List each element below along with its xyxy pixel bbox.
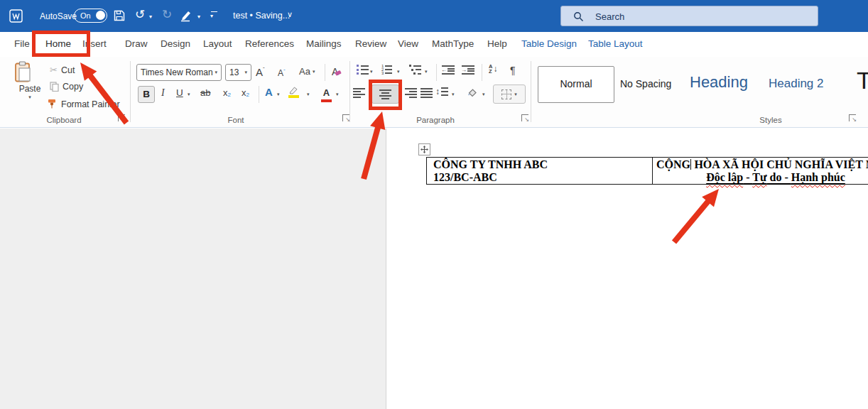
multilevel-dropdown-icon[interactable]: ▾ [425, 69, 428, 75]
superscript-button[interactable]: x2 [242, 87, 249, 98]
paragraph-dialog-launcher[interactable]: ↘ [521, 114, 528, 121]
text-effects-dropdown-icon[interactable]: ▾ [277, 92, 280, 97]
numbering-dropdown-icon[interactable]: ▾ [397, 69, 400, 75]
undo-dropdown-icon[interactable]: ▾ [149, 13, 152, 20]
format-painter-label: Format Painter [61, 99, 120, 109]
tab-file[interactable]: File [14, 32, 30, 57]
style-heading2[interactable]: Heading 2 [769, 77, 824, 91]
table-cell-company[interactable]: CÔNG TY TNHH ABC 123/BC-ABC [427, 158, 653, 184]
format-painter-icon [47, 99, 58, 109]
clipboard-dialog-launcher[interactable]: ↘ [118, 114, 125, 121]
styles-group-label: Styles [728, 116, 813, 124]
autosave-toggle[interactable]: On [74, 9, 107, 23]
four-way-arrow-icon [421, 146, 428, 153]
font-family-combobox[interactable]: Times New Roman ▾ [136, 64, 222, 81]
tab-view[interactable]: View [398, 32, 418, 57]
word-app-icon[interactable] [9, 9, 23, 23]
draw-pen-icon[interactable] [180, 9, 194, 22]
numbering-button[interactable]: 123 [381, 65, 392, 75]
title-bar: AutoSave On ↺ ▾ ↻ ▾ ▾ test • Saving... ∨ [0, 0, 868, 32]
justify-icon[interactable] [421, 88, 433, 98]
active-tab-underline [44, 53, 81, 55]
shrink-font-button[interactable]: Aˇ [278, 68, 286, 78]
tab-insert[interactable]: Insert [82, 32, 107, 57]
tab-layout[interactable]: Layout [203, 32, 232, 57]
highlighter-icon [288, 86, 299, 94]
title-dropdown-icon[interactable]: ∨ [287, 10, 293, 19]
clipboard-icon [14, 61, 32, 82]
clear-formatting-button[interactable]: A [332, 66, 344, 77]
increase-indent-icon[interactable]: → [462, 65, 474, 75]
highlight-button[interactable] [288, 86, 299, 98]
underline-dropdown-icon[interactable]: ▾ [188, 92, 190, 97]
font-family-value: Times New Roman [141, 67, 213, 77]
copy-button: Copy [50, 82, 83, 92]
pen-dropdown-icon[interactable]: ▾ [197, 13, 200, 20]
paste-button[interactable]: Paste ▾ [14, 61, 45, 112]
tab-design[interactable]: Design [161, 32, 190, 57]
tab-draw[interactable]: Draw [125, 32, 148, 57]
undo-icon[interactable]: ↺ [135, 7, 145, 22]
autosave-toggle-knob [96, 11, 106, 21]
paste-dropdown-icon: ▾ [14, 94, 45, 100]
font-color-button[interactable]: A [321, 86, 332, 102]
tab-references[interactable]: References [245, 32, 294, 57]
style-no-spacing[interactable]: No Spacing [620, 78, 671, 89]
mini-separator [482, 64, 482, 81]
borders-grid-icon [501, 89, 511, 99]
pilcrow-icon[interactable]: ¶ [510, 65, 516, 76]
underline-button[interactable]: U [176, 87, 183, 98]
italic-button[interactable]: I [161, 87, 165, 99]
save-icon[interactable] [113, 9, 126, 22]
line-spacing-dropdown-icon[interactable]: ▾ [452, 92, 455, 97]
line-spacing-button[interactable]: ↕ [435, 87, 448, 97]
tab-mailings[interactable]: Mailings [306, 32, 342, 57]
align-left-icon[interactable] [353, 88, 365, 98]
sort-button[interactable]: AZ ↓ [489, 64, 497, 74]
tab-help[interactable]: Help [487, 32, 507, 57]
style-title-partial[interactable]: T [857, 67, 868, 94]
bold-button[interactable]: B [138, 86, 155, 103]
align-right-icon[interactable] [405, 88, 417, 98]
tab-review[interactable]: Review [355, 32, 386, 57]
highlight-dropdown-icon[interactable]: ▾ [307, 92, 310, 97]
document-page[interactable]: CÔNG TY TNHH ABC 123/BC-ABC CỘNG HÒA XÃ … [386, 129, 868, 409]
change-case-button[interactable]: Aa▾ [299, 66, 315, 77]
bullets-icon[interactable] [357, 65, 369, 75]
table-cell-republic[interactable]: CỘNG HÒA XÃ HỘI CHỦ NGHĨA VIỆT NAM Độc l… [653, 158, 868, 184]
tab-table-layout[interactable]: Table Layout [588, 32, 643, 57]
font-size-value: 13 [229, 67, 239, 77]
decrease-indent-icon[interactable]: ← [442, 65, 455, 75]
tab-mathtype[interactable]: MathType [432, 32, 474, 57]
align-center-button[interactable] [371, 84, 399, 104]
bullets-dropdown-icon[interactable]: ▾ [370, 69, 373, 75]
grow-font-button[interactable]: Aˆ [256, 66, 265, 78]
word-window: AutoSave On ↺ ▾ ↻ ▾ ▾ test • Saving... ∨ [0, 0, 868, 409]
document-table[interactable]: CÔNG TY TNHH ABC 123/BC-ABC CỘNG HÒA XÃ … [426, 157, 868, 185]
styles-dialog-launcher[interactable]: ↘ [849, 114, 856, 121]
font-dialog-launcher[interactable]: ↘ [342, 114, 349, 121]
group-separator [349, 61, 350, 122]
multilevel-list-icon[interactable] [409, 65, 421, 75]
font-size-combobox[interactable]: 13 ▾ [225, 64, 251, 81]
font-color-dropdown-icon[interactable]: ▾ [336, 92, 339, 97]
font-color-bar [321, 99, 332, 102]
shading-dropdown-icon[interactable]: ▾ [482, 92, 485, 97]
ribbon-tabs: File Home Insert Draw Design Layout Refe… [0, 32, 868, 57]
style-normal[interactable]: Normal [538, 66, 614, 103]
document-title[interactable]: test • Saving... [233, 11, 290, 21]
shading-button[interactable] [467, 87, 478, 98]
borders-button[interactable]: ▾ [493, 84, 526, 104]
search-box[interactable]: Search [560, 6, 818, 26]
tab-table-design[interactable]: Table Design [521, 32, 577, 57]
paste-label: Paste [14, 84, 45, 94]
format-painter-button[interactable]: Format Painter [47, 99, 120, 109]
font-size-dropdown-icon: ▾ [244, 70, 247, 75]
search-icon [573, 11, 584, 22]
style-heading[interactable]: Heading [690, 73, 748, 92]
line-spacing-lines-icon [441, 87, 448, 96]
strikethrough-button[interactable]: ab [200, 87, 210, 98]
text-effects-button[interactable]: A [265, 86, 273, 98]
table-move-handle[interactable] [418, 143, 430, 156]
subscript-button[interactable]: x2 [223, 87, 231, 98]
